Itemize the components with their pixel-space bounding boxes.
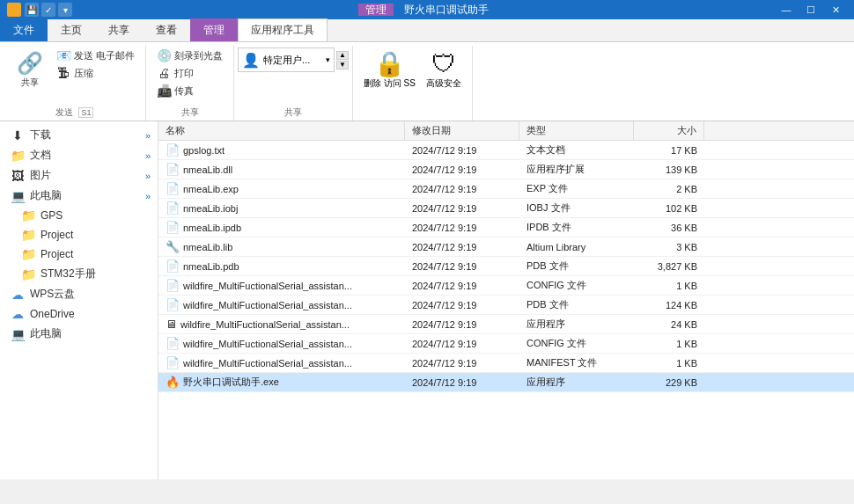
table-row[interactable]: 📄 nmeaLib.exp 2024/7/12 9:19 EXP 文件 2 KB [158,179,854,199]
tab-home[interactable]: 主页 [48,18,95,41]
file-size: 17 KB [634,144,704,157]
folder-icon: 📁 [21,247,35,261]
file-type-icon: 📄 [166,143,180,157]
table-row[interactable]: 📄 nmeaLib.iobj 2024/7/12 9:19 IOBJ 文件 10… [158,199,854,218]
maximize-button[interactable]: ☐ [799,3,822,17]
security-buttons: 🔒 删除 访问 SS 🛡 高级安全 [360,47,465,91]
sidebar-item-stm32[interactable]: 📁 STM32手册 [0,264,158,284]
sidebar-item-thispc[interactable]: 💻 此电脑 [0,324,158,344]
table-row[interactable]: 📄 gpslog.txt 2024/7/12 9:19 文本文档 17 KB [158,141,854,160]
header-size[interactable]: 大小 [634,121,704,140]
file-size: 2 KB [634,183,704,195]
file-size: 3 KB [634,241,704,253]
ribbon-burn-section: 💿 刻录到光盘 🖨 打印 📠 传真 共享 [146,46,234,121]
delete-access-label: 删除 访问 SS [364,78,416,89]
sidebar-item-documents[interactable]: 📁 文档 » [0,145,158,165]
sidebar-item-label: STM32手册 [40,267,96,281]
file-size: 139 KB [634,164,704,176]
ribbon-send-section: 🔗 共享 📧 发送 电子邮件 🗜 压缩 发送 S1 [4,46,146,121]
file-type: 应用程序 [519,375,634,390]
advanced-security-label: 高级安全 [426,78,461,89]
sidebar-item-onedrive[interactable]: ☁ OneDrive [0,304,158,324]
header-date[interactable]: 修改日期 [405,121,519,140]
advanced-security-button[interactable]: 🛡 高级安全 [423,47,465,91]
ribbon: 🔗 共享 📧 发送 电子邮件 🗜 压缩 发送 S1 [0,42,854,121]
file-type-icon: 🔥 [166,376,180,389]
file-name: wildfire_MultiFuctionalSerial_assistan..… [183,339,352,349]
sidebar-item-project1[interactable]: 📁 Project [0,225,158,245]
sidebar-item-label: 图片 [30,168,51,183]
specific-user-dropdown[interactable]: 👤 特定用户... ▾ [238,47,335,72]
tab-manage[interactable]: 管理 [190,18,238,41]
print-label: 打印 [174,67,194,80]
table-row[interactable]: 🔥 野火串口调试助手.exe 2024/7/12 9:19 应用程序 229 K… [158,373,854,392]
table-row[interactable]: 📄 nmeaLib.dll 2024/7/12 9:19 应用程序扩展 139 … [158,160,854,179]
tab-view[interactable]: 查看 [143,18,190,41]
tab-apptools[interactable]: 应用程序工具 [238,18,328,41]
sidebar-item-label: 此电脑 [30,188,62,203]
file-size: 24 KB [634,318,704,331]
close-button[interactable]: ✕ [824,3,847,17]
file-name: nmeaLib.iobj [183,203,238,214]
table-row[interactable]: 📄 nmeaLib.pdb 2024/7/12 9:19 PDB 文件 3,82… [158,257,854,276]
file-name: 野火串口调试助手.exe [183,376,279,389]
file-type-icon: 📄 [166,221,180,234]
sidebar-item-downloads[interactable]: ⬇ 下载 » [0,125,158,145]
sidebar-item-pictures[interactable]: 🖼 图片 » [0,165,158,186]
share-button[interactable]: 🔗 共享 [11,47,49,90]
sidebar-item-thispc-top[interactable]: 💻 此电脑 » [0,186,158,206]
file-type-icon: 🖥 [166,318,177,331]
table-row[interactable]: 📄 wildfire_MultiFuctionalSerial_assistan… [158,296,854,315]
folder-icon: 📁 [21,267,35,281]
file-type: 应用程序 [519,317,634,332]
table-row[interactable]: 🖥 wildfire_MultiFuctionalSerial_assistan… [158,315,854,334]
print-button[interactable]: 🖨 打印 [153,65,226,81]
header-type[interactable]: 类型 [519,121,634,140]
fax-button[interactable]: 📠 传真 [153,83,226,99]
table-row[interactable]: 📄 wildfire_MultiFuctionalSerial_assistan… [158,354,854,373]
quick-save-btn[interactable]: 💾 [25,3,39,17]
file-date: 2024/7/12 9:19 [405,299,519,311]
file-type: PDB 文件 [519,297,634,312]
send-email-button[interactable]: 📧 发送 电子邮件 [53,47,138,63]
main-area: ⬇ 下载 » 📁 文档 » 🖼 图片 » 💻 此电脑 » 📁 GPS 📁 Pro… [0,121,854,479]
compress-button[interactable]: 🗜 压缩 [53,65,138,81]
scroll-down-arrow[interactable]: ▼ [336,61,349,69]
lock-icon: 🔒 [374,49,405,78]
file-date: 2024/7/12 9:19 [405,357,519,369]
sidebar-item-gps[interactable]: 📁 GPS [0,206,158,225]
sidebar-item-label: WPS云盘 [30,287,75,302]
minimize-button[interactable]: — [775,3,798,17]
scroll-up-arrow[interactable]: ▲ [336,51,349,60]
file-name: wildfire_MultiFuctionalSerial_assistan..… [183,300,352,310]
tab-share[interactable]: 共享 [95,18,143,41]
file-type: Altium Library [519,241,634,253]
sidebar-item-label: 此电脑 [30,326,62,341]
dropdown-scroll-arrows: ▲ ▼ [336,51,349,69]
table-row[interactable]: 📄 nmeaLib.ipdb 2024/7/12 9:19 IPDB 文件 36… [158,218,854,237]
quick-access: 💾 ✓ ▾ [25,3,72,17]
header-name[interactable]: 名称 [158,121,405,140]
file-date: 2024/7/12 9:19 [405,202,519,215]
file-type-icon: 📄 [166,298,180,311]
sidebar-item-label: 下载 [30,128,51,142]
docs-icon: 📁 [11,149,25,163]
file-type-icon: 📄 [166,356,180,369]
sidebar-item-project2[interactable]: 📁 Project [0,245,158,264]
sidebar-item-wps[interactable]: ☁ WPS云盘 [0,284,158,304]
burn-disc-button[interactable]: 💿 刻录到光盘 [153,47,226,63]
delete-access-button[interactable]: 🔒 删除 访问 SS [360,47,419,91]
file-date: 2024/7/12 9:19 [405,376,519,389]
tab-file[interactable]: 文件 [0,18,48,41]
table-row[interactable]: 📄 wildfire_MultiFuctionalSerial_assistan… [158,276,854,296]
file-type-icon: 📄 [166,182,180,195]
table-row[interactable]: 🔧 nmeaLib.lib 2024/7/12 9:19 Altium Libr… [158,237,854,257]
quick-dropdown-btn[interactable]: ▾ [58,3,72,17]
quick-undo-btn[interactable]: ✓ [41,3,55,17]
file-name: nmeaLib.ipdb [183,223,241,233]
table-row[interactable]: 📄 wildfire_MultiFuctionalSerial_assistan… [158,334,854,354]
file-list: 名称 修改日期 类型 大小 📄 gpslog.txt 2024/7/12 9:1… [158,121,854,479]
file-type: IPDB 文件 [519,220,634,235]
burn-buttons: 💿 刻录到光盘 🖨 打印 📠 传真 [153,47,226,105]
s1-badge: S1 [78,107,93,118]
